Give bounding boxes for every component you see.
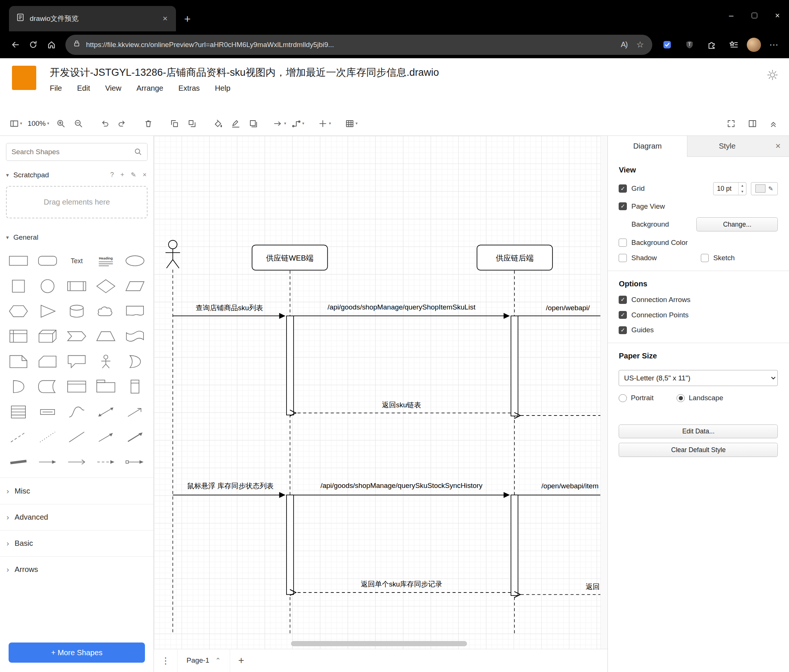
shape-diamond[interactable]	[91, 274, 121, 299]
view-button[interactable]: ▾	[8, 116, 24, 131]
shape-line[interactable]	[62, 425, 91, 449]
browser-menu-button[interactable]: ⋯	[765, 36, 783, 54]
insert-button[interactable]: ▾	[317, 116, 332, 131]
activation-bars[interactable]	[286, 316, 518, 596]
format-panel-close-icon[interactable]: ×	[767, 136, 789, 157]
theme-toggle-icon[interactable]	[767, 69, 778, 83]
shape-arrow_ne[interactable]	[91, 425, 121, 449]
tab-close-icon[interactable]: ×	[160, 14, 170, 23]
actor-figure[interactable]	[166, 240, 180, 268]
connection-style-button[interactable]: ▾	[272, 116, 287, 131]
zoom-dropdown[interactable]: 100% ▾	[26, 116, 51, 131]
waypoints-button[interactable]: ▾	[290, 116, 306, 131]
minimize-button[interactable]: –	[720, 0, 743, 31]
shape-dashed_line[interactable]	[4, 425, 33, 449]
shape-cloud[interactable]	[91, 299, 121, 324]
spinner-up-icon[interactable]: ▲	[739, 183, 746, 189]
home-button[interactable]	[42, 36, 60, 54]
shape-or[interactable]	[120, 349, 149, 374]
section-general-header[interactable]: ▾ General	[0, 227, 153, 247]
background-color-checkbox[interactable]	[619, 239, 627, 247]
shape-text[interactable]: Text	[62, 248, 91, 273]
back-button[interactable]	[6, 36, 24, 54]
landscape-radio[interactable]	[677, 394, 685, 403]
sketch-checkbox[interactable]	[701, 254, 709, 262]
new-tab-button[interactable]: +	[184, 13, 190, 25]
paper-size-select[interactable]: US-Letter (8,5" x 11")	[619, 370, 778, 386]
shape-triangle[interactable]	[33, 299, 62, 324]
fullscreen-button[interactable]	[724, 116, 739, 131]
add-page-button[interactable]: +	[238, 655, 244, 666]
extension-blue-icon[interactable]	[658, 36, 676, 54]
shape-callout[interactable]	[62, 349, 91, 374]
menu-arrange[interactable]: Arrange	[136, 84, 163, 92]
shape-process[interactable]	[62, 274, 91, 299]
shape-dotted_line[interactable]	[33, 425, 62, 449]
shape-card[interactable]	[33, 349, 62, 374]
pages-menu-icon[interactable]: ⋮	[154, 655, 177, 666]
shape-trapezoid[interactable]	[91, 324, 121, 349]
shape-square[interactable]	[4, 274, 33, 299]
portrait-radio[interactable]	[619, 394, 627, 403]
portrait-option[interactable]: Portrait	[619, 394, 653, 402]
browser-tab[interactable]: drawio文件预览 ×	[9, 6, 176, 31]
tab-style[interactable]: Style	[687, 136, 767, 157]
extensions-puzzle-icon[interactable]	[702, 36, 720, 54]
shape-actor[interactable]	[91, 349, 121, 374]
menu-edit[interactable]: Edit	[77, 84, 90, 92]
vertical-scrollbar[interactable]	[601, 136, 607, 649]
connection-points-checkbox[interactable]	[619, 311, 627, 319]
menu-extras[interactable]: Extras	[179, 84, 200, 92]
window-close-button[interactable]: ×	[766, 0, 789, 31]
return-arrows[interactable]	[295, 413, 601, 594]
site-lock-icon[interactable]	[72, 39, 81, 50]
background-change-button[interactable]: Change...	[696, 217, 778, 231]
shape-list_item[interactable]	[33, 399, 62, 424]
grid-size-stepper[interactable]: ▲ ▼	[738, 183, 746, 195]
menu-help[interactable]: Help	[215, 84, 230, 92]
shape-note[interactable]	[4, 349, 33, 374]
url-text[interactable]: https://file.kkview.cn/onlinePreview?url…	[86, 41, 611, 49]
shape-rounded[interactable]	[33, 248, 62, 273]
scratchpad-help-icon[interactable]: ?	[109, 171, 115, 179]
redo-button[interactable]	[115, 116, 129, 131]
shape-tape[interactable]	[120, 324, 149, 349]
spinner-down-icon[interactable]: ▼	[739, 188, 746, 195]
more-shapes-button[interactable]: + More Shapes	[9, 642, 145, 662]
sidebar-item-basic[interactable]: › Basic	[0, 530, 153, 556]
shape-arrow_h_dashed[interactable]	[91, 449, 121, 475]
zoom-out-button[interactable]	[71, 116, 86, 131]
grid-checkbox[interactable]	[619, 185, 627, 193]
shadow-button[interactable]	[246, 116, 261, 131]
grid-color-button[interactable]: ✎	[751, 182, 778, 195]
shape-ellipse[interactable]	[120, 248, 149, 273]
collapse-expand-button[interactable]	[766, 116, 781, 131]
sidebar-item-misc[interactable]: › Misc	[0, 478, 153, 504]
shape-vertical_container[interactable]	[120, 374, 149, 399]
shape-arrow_ne2[interactable]	[120, 425, 149, 449]
connection-arrows-checkbox[interactable]	[619, 296, 627, 304]
shape-data_storage[interactable]	[33, 374, 62, 399]
scratchpad-dropzone[interactable]: Drag elements here	[6, 186, 148, 218]
favorites-bar-icon[interactable]	[725, 36, 743, 54]
grid-size-input[interactable]: 10 pt ▲ ▼	[713, 182, 746, 195]
tab-diagram[interactable]: Diagram	[608, 136, 687, 157]
scratchpad-edit-icon[interactable]: ✎	[129, 171, 137, 179]
shape-cube[interactable]	[33, 324, 62, 349]
sidebar-item-arrows[interactable]: › Arrows	[0, 556, 153, 583]
line-color-button[interactable]	[228, 116, 243, 131]
fill-color-button[interactable]	[211, 116, 226, 131]
shape-arrow_h_box[interactable]	[120, 449, 149, 475]
read-aloud-icon[interactable]: A)	[616, 37, 632, 53]
search-input[interactable]	[11, 148, 134, 156]
shape-cylinder[interactable]	[62, 299, 91, 324]
favorite-star-icon[interactable]: ☆	[632, 37, 648, 53]
to-back-button[interactable]	[185, 116, 200, 131]
scratchpad-close-icon[interactable]: ×	[142, 171, 148, 179]
shape-list[interactable]	[4, 399, 33, 424]
refresh-button[interactable]	[24, 36, 42, 54]
shape-circle[interactable]	[33, 274, 62, 299]
shape-and[interactable]	[4, 374, 33, 399]
landscape-option[interactable]: Landscape	[677, 394, 723, 402]
drawing-canvas[interactable]: 查询店铺商品sku列表 /api/goods/shopManage/queryS…	[154, 136, 607, 649]
